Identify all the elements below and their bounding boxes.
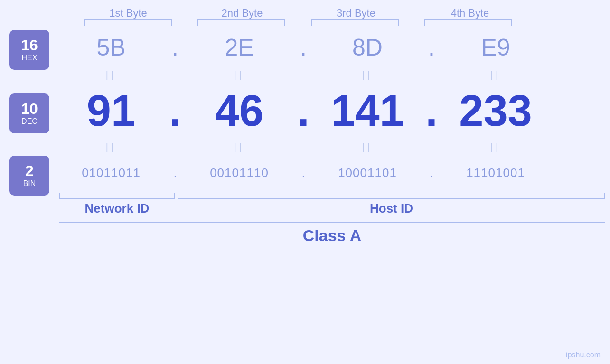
dec-val-2: 46 xyxy=(187,86,291,136)
dec-val-4: 233 xyxy=(443,86,548,136)
byte3-header: 3rd Byte xyxy=(299,7,413,19)
dot-bin-3: . xyxy=(420,166,443,180)
byte-headers: 1st Byte 2nd Byte 3rd Byte 4th Byte xyxy=(71,7,610,19)
dec-row: 91 . 46 . 141 . 233 xyxy=(59,84,605,138)
host-bracket xyxy=(178,193,605,199)
network-bracket xyxy=(59,193,175,199)
class-label: Class A xyxy=(59,226,605,245)
dot-hex-3: . xyxy=(420,34,443,61)
class-line xyxy=(59,222,605,223)
hex-badge: 16 HEX xyxy=(9,30,49,70)
eq-spacer2 xyxy=(9,140,49,158)
hex-val-4: E9 xyxy=(443,34,548,61)
hex-val-3: 8D xyxy=(315,34,420,61)
hex-val-2: 2E xyxy=(187,34,291,61)
bin-badge: 2 BIN xyxy=(9,156,49,196)
eq-2-2: || xyxy=(187,141,291,152)
bracket-byte3 xyxy=(311,19,399,26)
network-id-label: Network ID xyxy=(59,201,175,216)
dec-badge: 10 DEC xyxy=(9,93,49,133)
nh-brackets xyxy=(59,193,605,199)
eq-1-3: || xyxy=(315,70,420,81)
bin-badge-slot: 2 BIN xyxy=(9,158,49,193)
eq-1-1: || xyxy=(59,70,163,81)
nh-labels: Network ID Host ID xyxy=(59,201,605,216)
eq-1-4: || xyxy=(443,70,548,81)
dot-dec-3: . xyxy=(420,86,443,136)
right-data: 5B . 2E . 8D . E9 || || || || 91 xyxy=(54,28,610,364)
dot-hex-1: . xyxy=(163,34,187,61)
dec-val-3: 141 xyxy=(315,86,420,136)
eq-spacer1 xyxy=(9,69,49,86)
byte1-header: 1st Byte xyxy=(71,7,185,19)
eq-row-2: || || || || xyxy=(59,138,605,155)
top-bracket-row xyxy=(71,19,610,26)
bracket-byte4 xyxy=(424,19,512,26)
byte4-header: 4th Byte xyxy=(413,7,527,19)
eq-row-1: || || || || xyxy=(59,66,605,84)
host-id-label: Host ID xyxy=(178,201,605,216)
bracket-byte1 xyxy=(84,19,172,26)
bin-val-3: 10001101 xyxy=(315,166,420,180)
dec-badge-slot: 10 DEC xyxy=(9,86,49,140)
class-section: Class A xyxy=(59,222,605,245)
content-area: 16 HEX 10 DEC 2 BIN xyxy=(0,28,610,364)
watermark: ipshu.com xyxy=(566,351,601,359)
eq-1-2: || xyxy=(187,70,291,81)
dot-hex-2: . xyxy=(291,34,315,61)
dec-val-1: 91 xyxy=(59,86,163,136)
dot-bin-2: . xyxy=(291,166,315,180)
bin-val-2: 00101110 xyxy=(187,166,291,180)
dot-bin-1: . xyxy=(163,166,187,180)
dot-dec-2: . xyxy=(291,86,315,136)
bin-val-1: 01011011 xyxy=(59,166,163,180)
eq-2-4: || xyxy=(443,141,548,152)
byte2-header: 2nd Byte xyxy=(185,7,299,19)
hex-badge-slot: 16 HEX xyxy=(9,31,49,69)
bin-val-4: 11101001 xyxy=(443,166,548,180)
page-layout: 1st Byte 2nd Byte 3rd Byte 4th Byte 16 H… xyxy=(0,0,610,364)
hex-val-1: 5B xyxy=(59,34,163,61)
dot-dec-1: . xyxy=(163,86,187,136)
bracket-byte2 xyxy=(197,19,285,26)
bin-row: 01011011 . 00101110 . 10001101 . 1110100… xyxy=(59,155,605,191)
left-badges: 16 HEX 10 DEC 2 BIN xyxy=(9,31,49,364)
eq-2-1: || xyxy=(59,141,163,152)
eq-2-3: || xyxy=(315,141,420,152)
hex-row: 5B . 2E . 8D . E9 xyxy=(59,28,605,66)
